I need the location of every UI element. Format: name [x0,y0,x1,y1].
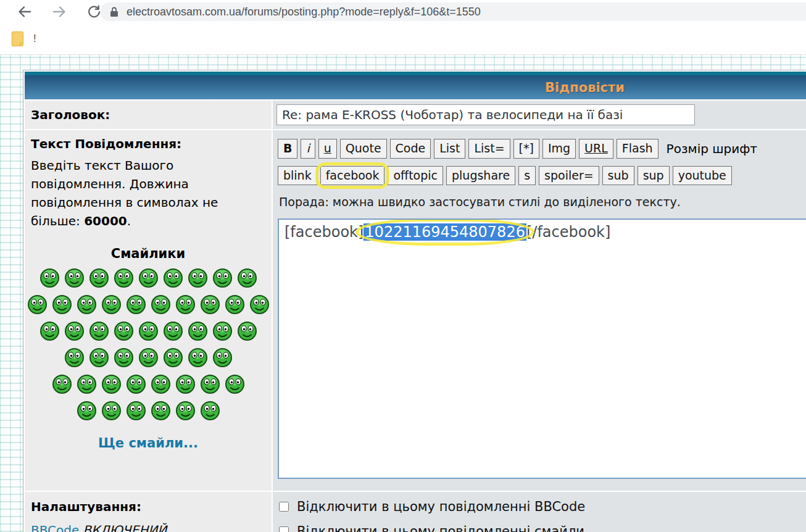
smiley-row-5 [31,372,265,394]
bookmark-label[interactable]: ! [33,33,36,44]
more-smilies-link[interactable]: Ще смайли... [31,436,265,451]
smiley-smile[interactable] [89,268,109,288]
bbcode-button-u[interactable]: u [318,139,337,159]
bookmark-folder-icon[interactable] [11,31,24,47]
smiley-smirk[interactable] [175,374,196,394]
bbcode-button-img[interactable]: Img [542,139,576,159]
subject-label: Заголовок: [25,101,272,129]
smiley-lol[interactable] [237,268,257,288]
bbcode-toolbar-row1: BiuQuoteCodeListList=[*]ImgURLFlash Розм… [278,139,806,159]
bbcode-button-url[interactable]: URL [579,139,613,159]
bbcode-button-offtopic[interactable]: offtopic [388,166,443,186]
bbcode-button-sup[interactable]: sup [638,166,670,186]
bbcode-button-sub[interactable]: sub [602,166,634,186]
back-arrow-icon [17,4,33,20]
smiley-censored[interactable] [212,347,233,368]
styling-tip: Порада: можна швидко застосувати стилі д… [279,195,806,209]
smiley-pillar[interactable] [163,347,183,368]
bbcode-button-i[interactable]: i [301,139,315,159]
bbcode-button-b[interactable]: B [278,139,297,159]
smiley-puke[interactable] [212,321,233,341]
bbcode-status: ВКЛЮЧЕНИЙ [83,523,167,532]
smiley-evil[interactable] [126,294,146,315]
smiley-twisted[interactable] [151,294,171,315]
smiley-point[interactable] [64,347,85,368]
bbcode-buttons-1: BiuQuoteCodeListList=[*]ImgURLFlash [278,139,659,159]
smiley-eh[interactable] [39,268,60,288]
smiley-scared[interactable] [163,268,183,288]
message-limit: 60000 [84,214,127,228]
smiley-frown[interactable] [114,268,134,288]
forward-button[interactable] [47,1,72,22]
bbcode-button-plugshare[interactable]: plugshare [446,166,515,186]
message-hint: Введіть текст Вашого повідомлення. Довжи… [31,156,265,230]
smiley-help[interactable] [89,347,109,368]
bbcode-button-code[interactable]: Code [390,139,431,159]
bbcode-button-facebook[interactable]: facebook [320,166,385,186]
smiley-blush[interactable] [77,294,97,315]
smiley-arrow[interactable] [249,294,270,315]
disable-smilies-checkbox[interactable] [279,526,289,532]
smiley-wink2[interactable] [200,401,220,421]
smiley-facepalm[interactable] [77,401,97,421]
bbcode-button-quote[interactable]: Quote [340,139,387,159]
page-title: Відповісти [545,80,625,95]
smiley-ooo[interactable] [138,268,159,288]
subject-input[interactable] [276,104,695,125]
smiley-wink[interactable] [200,294,220,315]
smiley-laugh[interactable] [163,321,183,341]
smiley-monitor[interactable] [138,347,159,368]
smiley-pacman[interactable] [237,321,257,341]
address-bar[interactable]: electroavtosam.com.ua/forums/posting.php… [100,2,806,21]
smiley-gift[interactable] [138,321,159,341]
smiley-thumbsup[interactable] [101,374,122,394]
smiley-cry[interactable] [101,294,122,315]
bbcode-button-s[interactable]: s [518,166,536,186]
message-textarea[interactable]: [facebook]10221169454807826[/facebook] [278,218,806,479]
smiley-girl[interactable] [101,401,122,421]
smiley-wave[interactable] [126,401,146,421]
smiley-shock[interactable] [27,294,48,315]
smiley-eyeroll[interactable] [77,374,97,394]
smiley-cool[interactable] [212,268,233,288]
textarea-selected-text: 10221169454807826 [364,223,526,241]
browser-chrome: electroavtosam.com.ua/forums/posting.php… [0,0,806,55]
bbcode-button[interactable]: [*] [513,139,539,159]
disable-bbcode-checkbox[interactable] [279,502,289,512]
smiley-idea[interactable] [225,294,245,315]
smiley-row-3 [31,319,265,341]
smiley-bicycle[interactable] [151,401,171,421]
back-button[interactable] [12,1,37,22]
smiley-grid [31,266,265,421]
smiley-hat[interactable] [188,268,208,288]
bbcode-button-list[interactable]: List [434,139,465,159]
textarea-text-before: [facebook] [285,223,364,241]
message-hint-period: . [127,214,131,228]
form-header: Відповісти [25,72,806,99]
smiley-music[interactable] [126,374,146,394]
smiley-typing[interactable] [114,347,134,368]
smiley-happy[interactable] [188,321,208,341]
smiley-punch[interactable] [52,374,72,394]
smiley-teeth[interactable] [64,321,85,341]
bbcode-button-list[interactable]: List= [468,139,510,159]
smiley-dance[interactable] [188,347,208,368]
bbcode-button-spoiler[interactable]: spoiler= [539,166,599,186]
lock-icon[interactable] [110,6,118,17]
bbcode-button-flash[interactable]: Flash [617,139,659,159]
smiley-haha2[interactable] [114,321,134,341]
smiley-broom[interactable] [225,374,245,394]
smiley-row-4 [31,346,265,368]
smiley-rolleyes[interactable] [52,294,72,315]
bbcode-button-blink[interactable]: blink [278,166,317,186]
smiley-flat[interactable] [39,321,60,341]
smiley-haha[interactable] [89,321,109,341]
smiley-shrug[interactable] [175,401,196,421]
smiley-sad[interactable] [200,374,220,394]
smiley-grin[interactable] [151,374,171,394]
smiley-biggrin[interactable] [64,268,85,288]
smiley-neutral[interactable] [175,294,196,315]
disable-smilies-label: Відключити в цьому повідомленні смайли [297,524,584,532]
bbcode-link[interactable]: BBCode [31,523,79,532]
bbcode-button-youtube[interactable]: youtube [673,166,732,186]
